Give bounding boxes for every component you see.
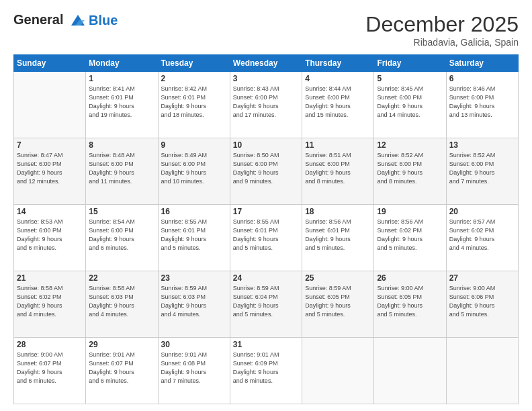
- day-info: Sunrise: 8:55 AMSunset: 6:01 PMDaylight:…: [161, 218, 227, 253]
- calendar-cell: 3Sunrise: 8:43 AMSunset: 6:00 PMDaylight…: [230, 72, 302, 138]
- weekday-header-monday: Monday: [86, 55, 158, 72]
- calendar-cell: 15Sunrise: 8:54 AMSunset: 6:00 PMDayligh…: [86, 205, 158, 271]
- day-number: 5: [377, 74, 443, 83]
- calendar-cell: [374, 338, 446, 404]
- calendar-cell: 21Sunrise: 8:58 AMSunset: 6:02 PMDayligh…: [14, 271, 86, 338]
- day-number: 28: [17, 340, 83, 349]
- day-info: Sunrise: 8:41 AMSunset: 6:01 PMDaylight:…: [89, 85, 154, 120]
- calendar-cell: 2Sunrise: 8:42 AMSunset: 6:01 PMDaylight…: [158, 72, 230, 138]
- day-number: 22: [89, 273, 154, 283]
- calendar-cell: 11Sunrise: 8:51 AMSunset: 6:00 PMDayligh…: [302, 138, 374, 205]
- calendar-cell: 20Sunrise: 8:57 AMSunset: 6:02 PMDayligh…: [446, 205, 518, 271]
- day-info: Sunrise: 8:51 AMSunset: 6:00 PMDaylight:…: [305, 151, 371, 186]
- calendar-cell: 6Sunrise: 8:46 AMSunset: 6:00 PMDaylight…: [446, 72, 518, 138]
- calendar-cell: 19Sunrise: 8:56 AMSunset: 6:02 PMDayligh…: [374, 205, 446, 271]
- day-number: 26: [377, 273, 443, 283]
- logo: General Blue: [13, 12, 118, 28]
- weekday-header-tuesday: Tuesday: [158, 55, 230, 72]
- day-number: 25: [305, 273, 371, 283]
- day-number: 14: [17, 207, 83, 216]
- calendar-cell: 18Sunrise: 8:56 AMSunset: 6:01 PMDayligh…: [302, 205, 374, 271]
- calendar-cell: 14Sunrise: 8:53 AMSunset: 6:00 PMDayligh…: [14, 205, 86, 271]
- day-number: 15: [89, 207, 154, 216]
- day-number: 29: [89, 340, 154, 349]
- logo-blue: Blue: [89, 13, 118, 28]
- day-info: Sunrise: 8:47 AMSunset: 6:00 PMDaylight:…: [17, 151, 83, 186]
- day-info: Sunrise: 9:00 AMSunset: 6:05 PMDaylight:…: [377, 284, 443, 319]
- weekday-header-friday: Friday: [374, 55, 446, 72]
- day-info: Sunrise: 8:56 AMSunset: 6:01 PMDaylight:…: [305, 218, 371, 253]
- calendar-body: 1Sunrise: 8:41 AMSunset: 6:01 PMDaylight…: [14, 72, 519, 404]
- day-number: 21: [17, 273, 83, 283]
- calendar-cell: 22Sunrise: 8:58 AMSunset: 6:03 PMDayligh…: [86, 271, 158, 338]
- day-info: Sunrise: 8:42 AMSunset: 6:01 PMDaylight:…: [161, 85, 227, 120]
- weekday-header-wednesday: Wednesday: [230, 55, 302, 72]
- title-block: December 2025 Ribadavia, Galicia, Spain: [365, 12, 519, 48]
- calendar-week-5: 28Sunrise: 9:00 AMSunset: 6:07 PMDayligh…: [14, 338, 519, 404]
- main-title: December 2025: [365, 12, 519, 37]
- weekday-header-sunday: Sunday: [14, 55, 86, 72]
- calendar-week-1: 1Sunrise: 8:41 AMSunset: 6:01 PMDaylight…: [14, 72, 519, 138]
- day-number: 23: [161, 273, 227, 283]
- day-number: 6: [449, 74, 515, 83]
- day-info: Sunrise: 8:48 AMSunset: 6:00 PMDaylight:…: [89, 151, 154, 186]
- calendar-cell: 31Sunrise: 9:01 AMSunset: 6:09 PMDayligh…: [230, 338, 302, 404]
- page: General Blue December 2025 Ribadavia, Ga…: [0, 0, 532, 411]
- calendar-cell: 7Sunrise: 8:47 AMSunset: 6:00 PMDaylight…: [14, 138, 86, 205]
- calendar-cell: 5Sunrise: 8:45 AMSunset: 6:00 PMDaylight…: [374, 72, 446, 138]
- calendar-cell: [14, 72, 86, 138]
- calendar-header: SundayMondayTuesdayWednesdayThursdayFrid…: [14, 55, 519, 72]
- calendar-cell: 26Sunrise: 9:00 AMSunset: 6:05 PMDayligh…: [374, 271, 446, 338]
- header: General Blue December 2025 Ribadavia, Ga…: [13, 12, 519, 48]
- day-info: Sunrise: 8:52 AMSunset: 6:00 PMDaylight:…: [449, 151, 515, 186]
- day-info: Sunrise: 8:52 AMSunset: 6:00 PMDaylight:…: [377, 151, 443, 186]
- day-info: Sunrise: 8:56 AMSunset: 6:02 PMDaylight:…: [377, 218, 443, 253]
- calendar-week-2: 7Sunrise: 8:47 AMSunset: 6:00 PMDaylight…: [14, 138, 519, 205]
- day-info: Sunrise: 9:01 AMSunset: 6:08 PMDaylight:…: [161, 351, 227, 385]
- day-number: 10: [233, 140, 299, 150]
- day-number: 24: [233, 273, 299, 283]
- day-info: Sunrise: 9:00 AMSunset: 6:06 PMDaylight:…: [449, 284, 515, 319]
- weekday-header-thursday: Thursday: [302, 55, 374, 72]
- calendar-cell: 13Sunrise: 8:52 AMSunset: 6:00 PMDayligh…: [446, 138, 518, 205]
- day-number: 1: [89, 74, 154, 83]
- day-number: 7: [17, 140, 83, 150]
- calendar-week-4: 21Sunrise: 8:58 AMSunset: 6:02 PMDayligh…: [14, 271, 519, 338]
- calendar-cell: 28Sunrise: 9:00 AMSunset: 6:07 PMDayligh…: [14, 338, 86, 404]
- day-info: Sunrise: 9:01 AMSunset: 6:09 PMDaylight:…: [233, 351, 299, 385]
- day-info: Sunrise: 8:43 AMSunset: 6:00 PMDaylight:…: [233, 85, 299, 120]
- logo-icon: [69, 13, 87, 28]
- calendar-cell: 29Sunrise: 9:01 AMSunset: 6:07 PMDayligh…: [86, 338, 158, 404]
- day-number: 19: [377, 207, 443, 216]
- calendar-cell: 16Sunrise: 8:55 AMSunset: 6:01 PMDayligh…: [158, 205, 230, 271]
- calendar-cell: 24Sunrise: 8:59 AMSunset: 6:04 PMDayligh…: [230, 271, 302, 338]
- day-info: Sunrise: 8:58 AMSunset: 6:03 PMDaylight:…: [89, 284, 154, 319]
- calendar-cell: 27Sunrise: 9:00 AMSunset: 6:06 PMDayligh…: [446, 271, 518, 338]
- day-number: 3: [233, 74, 299, 83]
- calendar-cell: 10Sunrise: 8:50 AMSunset: 6:00 PMDayligh…: [230, 138, 302, 205]
- day-info: Sunrise: 8:59 AMSunset: 6:03 PMDaylight:…: [161, 284, 227, 319]
- day-number: 20: [449, 207, 515, 216]
- day-info: Sunrise: 8:53 AMSunset: 6:00 PMDaylight:…: [17, 218, 83, 253]
- day-info: Sunrise: 8:49 AMSunset: 6:00 PMDaylight:…: [161, 151, 227, 186]
- calendar-cell: [446, 338, 518, 404]
- day-info: Sunrise: 8:59 AMSunset: 6:05 PMDaylight:…: [305, 284, 371, 319]
- calendar-cell: 9Sunrise: 8:49 AMSunset: 6:00 PMDaylight…: [158, 138, 230, 205]
- calendar-cell: 12Sunrise: 8:52 AMSunset: 6:00 PMDayligh…: [374, 138, 446, 205]
- day-number: 2: [161, 74, 227, 83]
- subtitle: Ribadavia, Galicia, Spain: [365, 37, 519, 48]
- day-number: 30: [161, 340, 227, 349]
- day-info: Sunrise: 9:01 AMSunset: 6:07 PMDaylight:…: [89, 351, 154, 385]
- weekday-header-saturday: Saturday: [446, 55, 518, 72]
- day-info: Sunrise: 9:00 AMSunset: 6:07 PMDaylight:…: [17, 351, 83, 385]
- day-number: 9: [161, 140, 227, 150]
- day-number: 11: [305, 140, 371, 150]
- day-number: 18: [305, 207, 371, 216]
- day-info: Sunrise: 8:45 AMSunset: 6:00 PMDaylight:…: [377, 85, 443, 120]
- day-info: Sunrise: 8:50 AMSunset: 6:00 PMDaylight:…: [233, 151, 299, 186]
- calendar-cell: 30Sunrise: 9:01 AMSunset: 6:08 PMDayligh…: [158, 338, 230, 404]
- logo-text: General: [13, 12, 87, 28]
- calendar-cell: 23Sunrise: 8:59 AMSunset: 6:03 PMDayligh…: [158, 271, 230, 338]
- day-number: 4: [305, 74, 371, 83]
- day-info: Sunrise: 8:54 AMSunset: 6:00 PMDaylight:…: [89, 218, 154, 253]
